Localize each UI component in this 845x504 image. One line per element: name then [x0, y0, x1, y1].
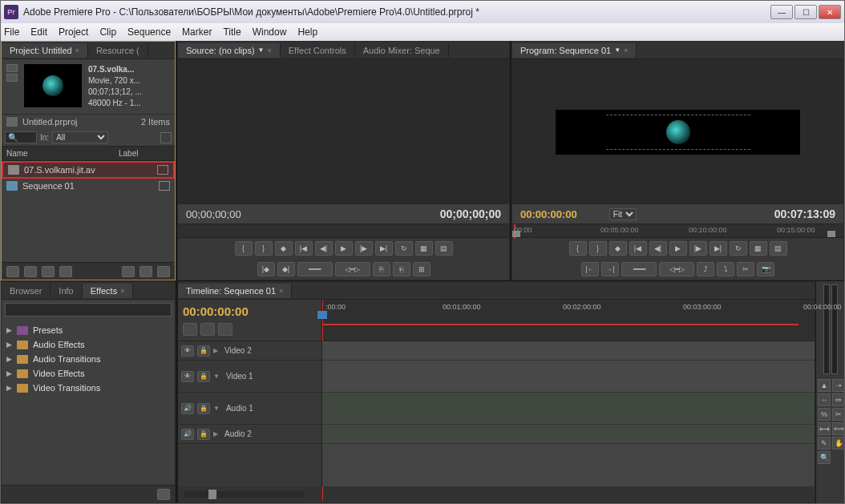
minimize-button[interactable]: —	[770, 5, 793, 19]
marker-icon[interactable]: ◆	[609, 241, 627, 256]
fx-folder-audio-effects[interactable]: ▶Audio Effects	[5, 337, 172, 352]
timeline-ruler[interactable]: :00:00 00:01:00:00 00:02:00:00 00:03:00:…	[322, 300, 815, 341]
next-edit-icon[interactable]: →|	[601, 262, 619, 276]
icon-view-icon[interactable]	[24, 266, 37, 277]
tab-program[interactable]: Program: Sequence 01▼×	[512, 43, 637, 58]
razor-tool-icon[interactable]: ✂	[832, 408, 845, 421]
menu-project[interactable]: Project	[59, 26, 88, 38]
safe-margins-icon[interactable]: ▦	[750, 241, 767, 256]
jog-icon[interactable]: ━━━	[621, 262, 657, 276]
track-toggle-visibility-icon[interactable]: 👁	[181, 345, 194, 357]
shuttle-icon[interactable]: ◁━▷	[335, 262, 370, 276]
fx-folder-audio-transitions[interactable]: ▶Audio Transitions	[5, 352, 172, 366]
fx-folder-video-effects[interactable]: ▶Video Effects	[5, 366, 172, 381]
tab-audio-mixer[interactable]: Audio Mixer: Seque	[355, 43, 449, 58]
tab-source[interactable]: Source: (no clips)▼×	[178, 43, 281, 58]
tab-timeline[interactable]: Timeline: Sequence 01×	[178, 284, 292, 298]
poster-frame-icon[interactable]	[6, 64, 18, 72]
project-item-clip[interactable]: 07.S.volkami.jit.av	[2, 161, 175, 179]
new-bin-icon[interactable]	[157, 489, 170, 500]
play-icon[interactable]: ▶	[335, 241, 353, 256]
tab-effects[interactable]: Effects×	[83, 284, 134, 298]
menu-window[interactable]: Window	[253, 26, 287, 38]
prev-edit-icon[interactable]: |←	[581, 262, 599, 276]
set-in-icon[interactable]: {	[569, 241, 587, 256]
track-mute-icon[interactable]: 🔊	[181, 429, 194, 440]
slip-tool-icon[interactable]: ⟷	[818, 422, 831, 435]
hand-tool-icon[interactable]: ✋	[832, 437, 845, 450]
next-marker-icon[interactable]: ◆|	[277, 262, 295, 276]
set-out-icon[interactable]: }	[589, 241, 607, 256]
new-item-icon[interactable]	[139, 266, 152, 277]
step-fwd-icon[interactable]: |▶	[355, 241, 373, 256]
col-label[interactable]: Label	[119, 149, 138, 158]
program-tc-current[interactable]: 00:00:00:00	[520, 208, 577, 220]
track-select-tool-icon[interactable]: ⇢	[832, 379, 845, 392]
selection-tool-icon[interactable]: ▲	[818, 379, 831, 392]
tab-effect-controls[interactable]: Effect Controls	[281, 43, 355, 58]
goto-in-icon[interactable]: |◀	[629, 241, 647, 256]
program-ruler[interactable]: 00:00 00:05:00:00 00:10:00:00 00:15:00:0…	[512, 224, 843, 238]
search-nav-icon[interactable]	[160, 132, 172, 143]
bin-icon[interactable]	[6, 117, 18, 127]
loop-icon[interactable]: ↻	[395, 241, 413, 256]
output-icon[interactable]: ▤	[435, 241, 453, 256]
trim-icon[interactable]: ✂	[737, 262, 754, 276]
link-icon[interactable]	[218, 323, 232, 336]
fx-folder-presets[interactable]: ▶Presets	[5, 323, 172, 337]
find-icon[interactable]	[59, 266, 72, 277]
track-header-a1[interactable]: 🔊 🔒 ▼Audio 1	[178, 393, 321, 425]
tab-resource[interactable]: Resource (	[88, 43, 148, 58]
rolling-tool-icon[interactable]: ⇔	[832, 393, 845, 406]
marker-icon[interactable]: ◆	[275, 241, 293, 256]
set-in-icon[interactable]: {	[235, 241, 253, 256]
menu-sequence[interactable]: Sequence	[127, 26, 171, 38]
fx-folder-video-transitions[interactable]: ▶Video Transitions	[5, 381, 172, 395]
delete-icon[interactable]	[157, 266, 170, 277]
label-swatch[interactable]	[157, 165, 168, 175]
tab-project[interactable]: Project: Untitled×	[2, 43, 88, 58]
goto-out-icon[interactable]: ▶|	[710, 241, 727, 256]
search-scope-select[interactable]: All	[52, 131, 108, 143]
set-out-icon[interactable]: }	[255, 241, 273, 256]
track-header-a2[interactable]: 🔊 🔒 ▶Audio 2	[178, 425, 321, 444]
insert-icon[interactable]: ⎘	[373, 262, 390, 276]
menu-marker[interactable]: Marker	[182, 26, 212, 38]
list-view-icon[interactable]	[6, 266, 19, 277]
step-fwd-icon[interactable]: |▶	[689, 241, 707, 256]
rate-tool-icon[interactable]: %	[818, 408, 831, 421]
timeline-tc[interactable]: 00:00:00:00	[183, 304, 317, 318]
track-toggle-visibility-icon[interactable]: 👁	[181, 371, 194, 382]
project-search-input[interactable]	[5, 131, 37, 143]
zoom-tool-icon[interactable]: 🔍	[818, 451, 831, 464]
play-preview-icon[interactable]	[6, 74, 18, 82]
overlay-icon[interactable]: ⎗	[393, 262, 410, 276]
tab-browser[interactable]: Browser	[2, 284, 51, 298]
track-lock-icon[interactable]: 🔒	[197, 345, 210, 357]
safe-margins-icon[interactable]: ▦	[415, 241, 433, 256]
timeline-zoom-slider[interactable]	[184, 491, 305, 498]
col-name[interactable]: Name	[6, 149, 119, 158]
track-lock-icon[interactable]: 🔒	[197, 403, 210, 414]
maximize-button[interactable]: ☐	[794, 5, 817, 19]
track-mute-icon[interactable]: 🔊	[181, 403, 194, 414]
snap-icon[interactable]	[183, 323, 197, 336]
track-lock-icon[interactable]: 🔒	[197, 429, 210, 440]
menu-edit[interactable]: Edit	[30, 26, 47, 38]
menu-clip[interactable]: Clip	[99, 26, 116, 38]
pen-tool-icon[interactable]: ✎	[818, 437, 831, 450]
source-ruler[interactable]	[178, 224, 509, 238]
play-icon[interactable]: ▶	[669, 241, 687, 256]
track-header-v1[interactable]: 👁 🔒 ▼Video 1	[178, 361, 321, 393]
extract-icon[interactable]: ⤵	[717, 262, 734, 276]
track-header-v2[interactable]: 👁 🔒 ▶Video 2	[178, 341, 321, 361]
menu-help[interactable]: Help	[297, 26, 317, 38]
menu-file[interactable]: File	[4, 26, 19, 38]
automate-icon[interactable]	[42, 266, 55, 277]
menu-title[interactable]: Title	[223, 26, 241, 38]
slide-tool-icon[interactable]: ⟺	[832, 422, 845, 435]
project-item-sequence[interactable]: Sequence 01	[2, 179, 175, 193]
ripple-tool-icon[interactable]: ↔	[818, 393, 831, 406]
loop-icon[interactable]: ↻	[730, 241, 747, 256]
take-av-icon[interactable]: ⊞	[413, 262, 431, 276]
